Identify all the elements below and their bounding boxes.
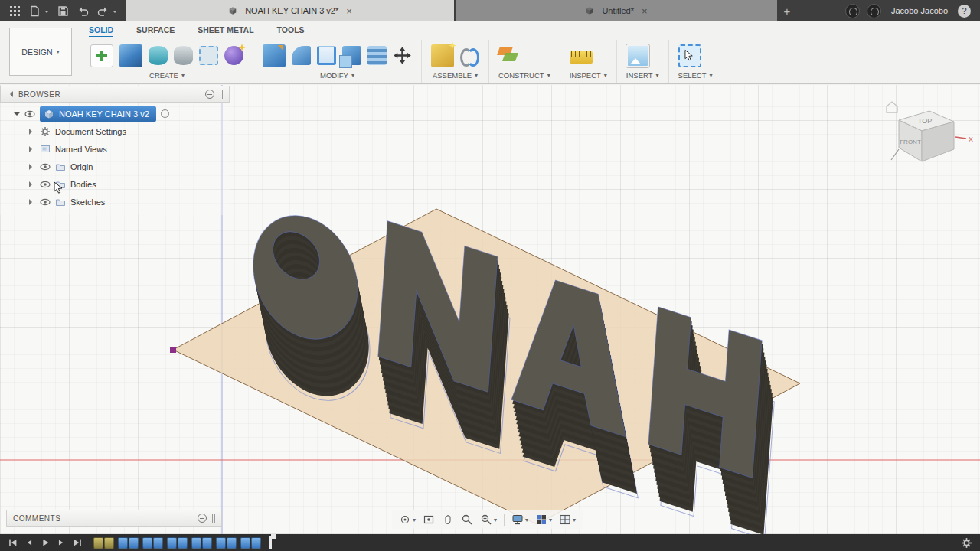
- zoom-window-button[interactable]: [459, 512, 475, 527]
- tree-row-origin[interactable]: Origin: [0, 158, 230, 175]
- group-select-label[interactable]: SELECT▾: [678, 70, 713, 82]
- timeline-feature-extrude-icon[interactable]: [118, 537, 128, 549]
- move-copy-icon[interactable]: [393, 46, 412, 65]
- document-tab-inactive[interactable]: Untitled* ×: [456, 0, 777, 21]
- tab-close-icon[interactable]: ×: [642, 5, 648, 17]
- group-insert-label[interactable]: INSERT▾: [626, 70, 659, 82]
- timeline-feature-sketch-icon[interactable]: [104, 537, 114, 549]
- notifications-icon[interactable]: [867, 4, 881, 18]
- create-derive-icon[interactable]: [199, 46, 218, 65]
- home-icon[interactable]: [887, 102, 897, 112]
- file-menu-caret-icon[interactable]: [44, 11, 49, 15]
- timeline-feature-extrude-icon[interactable]: [167, 537, 177, 549]
- group-inspect-label[interactable]: INSPECT▾: [570, 70, 607, 82]
- collapse-caret-icon[interactable]: [29, 146, 35, 152]
- tab-surface[interactable]: SURFACE: [136, 25, 175, 37]
- activate-component-radio[interactable]: [161, 109, 169, 118]
- timeline-position-marker[interactable]: [269, 536, 272, 549]
- tab-solid[interactable]: SOLID: [89, 25, 113, 37]
- create-box-icon[interactable]: [119, 44, 142, 67]
- group-create-label[interactable]: CREATE▾: [90, 70, 243, 82]
- display-settings-button[interactable]: ▾: [509, 512, 531, 527]
- timeline-feature-extrude-icon[interactable]: [153, 537, 163, 549]
- create-form-icon[interactable]: [224, 46, 243, 65]
- collapse-caret-icon[interactable]: [29, 129, 35, 135]
- tree-row-root[interactable]: NOAH KEY CHAIN 3 v2: [0, 105, 230, 122]
- orbit-button[interactable]: ▾: [397, 512, 418, 527]
- panel-grip-icon[interactable]: [220, 90, 223, 99]
- timeline-settings[interactable]: [961, 537, 972, 549]
- visibility-eye-icon[interactable]: [40, 197, 51, 207]
- timeline-feature-extrude-icon[interactable]: [142, 537, 152, 549]
- grid-snaps-button[interactable]: ▾: [533, 512, 554, 527]
- group-construct-label[interactable]: CONSTRUCT▾: [498, 70, 550, 82]
- root-component-pill[interactable]: NOAH KEY CHAIN 3 v2: [40, 106, 156, 122]
- timeline-feature-extrude-icon[interactable]: [191, 537, 201, 549]
- display-settings-icon[interactable]: [205, 90, 214, 99]
- group-assemble-label[interactable]: ASSEMBLE▾: [431, 70, 479, 82]
- comments-panel[interactable]: COMMENTS: [6, 510, 222, 527]
- timeline-feature-extrude-icon[interactable]: [178, 537, 188, 549]
- job-status-icon[interactable]: [845, 4, 860, 18]
- joint-icon[interactable]: [460, 46, 479, 65]
- visibility-eye-icon[interactable]: [24, 109, 35, 119]
- visibility-eye-icon[interactable]: [40, 161, 51, 172]
- offset-face-icon[interactable]: [368, 46, 387, 65]
- step-forward-button[interactable]: [56, 537, 67, 548]
- timeline-feature-extrude-icon[interactable]: [251, 537, 261, 549]
- skip-to-start-button[interactable]: [8, 537, 18, 548]
- fillet-icon[interactable]: [292, 46, 311, 65]
- select-tool-icon[interactable]: [678, 44, 701, 67]
- press-pull-icon[interactable]: [263, 44, 286, 67]
- tab-close-icon[interactable]: ×: [346, 5, 352, 17]
- measure-icon[interactable]: [570, 51, 593, 64]
- collapse-caret-icon[interactable]: [29, 199, 35, 205]
- shell-icon[interactable]: [317, 46, 336, 65]
- sketch-origin-point[interactable]: [170, 347, 176, 353]
- add-comment-icon[interactable]: [198, 514, 207, 523]
- timeline-feature-extrude-icon[interactable]: [240, 537, 250, 549]
- redo-menu-caret-icon[interactable]: [113, 11, 117, 15]
- new-tab-button[interactable]: +: [777, 0, 797, 21]
- play-button[interactable]: [40, 537, 51, 548]
- zoom-button[interactable]: ▾: [478, 512, 499, 527]
- collapse-caret-icon[interactable]: [29, 164, 35, 170]
- timeline-feature-extrude-icon[interactable]: [227, 537, 237, 549]
- combine-icon[interactable]: [342, 46, 361, 65]
- help-button[interactable]: ?: [958, 5, 971, 18]
- skip-to-end-button[interactable]: [72, 537, 83, 548]
- tree-row-document-settings[interactable]: Document Settings: [0, 122, 230, 140]
- pan-button[interactable]: [439, 512, 456, 527]
- collapse-panel-icon[interactable]: [7, 91, 13, 97]
- create-sketch-icon[interactable]: [90, 44, 113, 67]
- redo-icon[interactable]: [97, 5, 109, 17]
- 3d-viewport[interactable]: TOP FRONT X BROWSER NOAH KEY CHAIN: [0, 85, 980, 534]
- expand-caret-icon[interactable]: [14, 112, 20, 119]
- group-modify-label[interactable]: MODIFY▾: [263, 70, 412, 82]
- new-component-icon[interactable]: [431, 44, 454, 67]
- insert-canvas-icon[interactable]: [626, 44, 649, 67]
- timeline-feature-extrude-icon[interactable]: [202, 537, 212, 549]
- viewports-button[interactable]: ▾: [557, 512, 578, 527]
- construction-plane-icon[interactable]: [498, 44, 521, 67]
- file-menu-icon[interactable]: [29, 5, 41, 17]
- save-icon[interactable]: [57, 5, 69, 17]
- timeline-track[interactable]: [93, 537, 265, 549]
- create-coil-icon[interactable]: [174, 46, 193, 65]
- undo-icon[interactable]: [77, 5, 89, 17]
- tab-tools[interactable]: TOOLS: [277, 25, 305, 37]
- step-back-button[interactable]: [24, 537, 34, 548]
- create-cylinder-icon[interactable]: [149, 46, 168, 65]
- view-cube[interactable]: TOP FRONT X: [876, 94, 975, 178]
- panel-grip-icon[interactable]: [212, 514, 215, 523]
- user-name[interactable]: Jacobo Jacobo: [888, 6, 951, 15]
- timeline-feature-sketch-icon[interactable]: [93, 537, 103, 549]
- workspace-switcher-button[interactable]: DESIGN ▾: [9, 28, 72, 76]
- app-grid-menu-icon[interactable]: [9, 5, 21, 17]
- timeline-feature-extrude-icon[interactable]: [216, 537, 226, 549]
- collapse-caret-icon[interactable]: [29, 181, 35, 187]
- tree-row-sketches[interactable]: Sketches: [0, 193, 230, 210]
- document-tab-active[interactable]: NOAH KEY CHAIN 3 v2* ×: [126, 0, 454, 21]
- tree-row-named-views[interactable]: Named Views: [0, 140, 230, 158]
- visibility-eye-icon[interactable]: [40, 179, 51, 190]
